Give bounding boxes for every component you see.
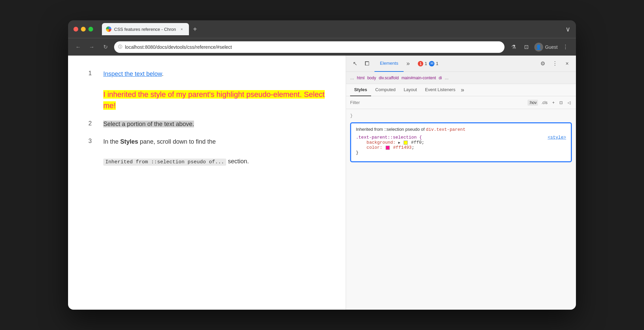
step-3-text-after: pane, scroll down to find the — [138, 138, 216, 145]
step-3-text-end: section. — [228, 158, 249, 165]
error-count: 1 — [418, 61, 423, 66]
highlight-text: I inherited the style of my parent's hig… — [103, 90, 325, 110]
breadcrumb-body[interactable]: body — [367, 76, 376, 80]
inherited-classname[interactable]: div.text-parent — [426, 127, 466, 132]
step-3-code: Inherited from ::selection pseudo of... — [103, 159, 226, 166]
filter-bar: :hov .cls + ⊡ ◁ — [346, 96, 576, 109]
tab-title: CSS features reference - Chron — [114, 27, 176, 32]
close-window-button[interactable] — [73, 27, 78, 32]
forward-button[interactable]: → — [87, 42, 96, 52]
window-dropdown-button[interactable]: ∨ — [565, 25, 571, 33]
step-3-bold: Styles — [120, 138, 138, 145]
step-list: 1 Inspect the text below. I inherited th… — [88, 69, 325, 166]
labs-button[interactable]: ⚗ — [509, 42, 519, 52]
step-3-number: 3 — [88, 138, 95, 145]
traffic-lights — [73, 27, 93, 32]
inherited-label: Inherited from ::selection pseudo of — [356, 127, 425, 132]
more-options-button[interactable]: ⋮ — [550, 59, 560, 68]
preceding-brace: } — [350, 112, 572, 120]
styles-content: } Inherited from ::selection pseudo of d… — [346, 109, 576, 310]
step-1: 1 Inspect the text below. I inherited th… — [88, 69, 325, 111]
step-2-text: Select a portion of the text above. — [103, 121, 194, 127]
breadcrumb-div-scaffold[interactable]: div.scaffold — [379, 76, 399, 80]
tab-bar: CSS features reference - Chron × + — [102, 23, 562, 35]
address-bar[interactable]: ⓘ localhost:8080/docs/devtools/css/refer… — [114, 41, 505, 53]
background-color-value: #ff0 — [411, 140, 422, 145]
error-badge[interactable]: 1 1 — [418, 61, 427, 66]
profile-avatar: 👤 — [534, 43, 543, 51]
css-close-brace: } — [356, 150, 359, 155]
cls-filter-button[interactable]: .cls — [540, 100, 549, 106]
devtools-right-actions: ⚙ ⋮ × — [538, 59, 572, 68]
reload-button[interactable]: ↻ — [101, 42, 110, 52]
more-tabs-button[interactable]: » — [404, 60, 412, 67]
event-listeners-tab[interactable]: Event Listeners — [421, 84, 459, 96]
background-property: background: — [361, 140, 395, 145]
inherited-section: Inherited from ::selection pseudo of div… — [350, 122, 572, 162]
layout-tab[interactable]: Layout — [400, 84, 421, 96]
breadcrumb-more: … — [445, 76, 449, 80]
css-selector: .text-parent::selection { — [356, 135, 422, 140]
filter-input[interactable] — [350, 100, 525, 105]
step-2-number: 2 — [88, 120, 95, 127]
styles-tab[interactable]: Styles — [350, 84, 371, 96]
breadcrumb-di[interactable]: di — [439, 76, 442, 80]
title-bar: CSS features reference - Chron × + ∨ — [68, 20, 576, 38]
browser-window: CSS features reference - Chron × + ∨ ← →… — [68, 20, 576, 310]
css-background-prop: background: ▶ #ff0; — [361, 140, 424, 145]
maximize-window-button[interactable] — [88, 27, 93, 32]
close-devtools-button[interactable]: × — [562, 59, 572, 68]
error-number: 1 — [425, 61, 427, 66]
web-page-area: 1 Inspect the text below. I inherited th… — [68, 56, 346, 310]
add-style-button[interactable]: + — [551, 100, 556, 106]
color-picker-arrow[interactable]: ▶ — [398, 141, 402, 145]
breadcrumb-dots: … — [350, 76, 354, 80]
copy-element-button[interactable]: ⊡ — [558, 100, 564, 106]
devtools-toolbar: ↖ ⧠ Elements » 1 1 ✉ 1 — [346, 56, 576, 72]
tab-close-button[interactable]: × — [179, 26, 185, 32]
devtools-panel: ↖ ⧠ Elements » 1 1 ✉ 1 — [346, 56, 576, 310]
settings-button[interactable]: ⚙ — [538, 59, 548, 68]
breadcrumb-main[interactable]: main#main-content — [402, 76, 436, 80]
toggle-sidebar-button[interactable]: ◁ — [566, 100, 572, 106]
devtools-tab-bar: Elements » — [374, 56, 412, 72]
hover-filter-button[interactable]: :hov — [528, 100, 538, 106]
filter-actions: :hov .cls + ⊡ ◁ — [528, 100, 572, 106]
message-count: 1 — [436, 61, 438, 66]
step-2: 2 Select a portion of the text above. — [88, 119, 325, 129]
more-style-tabs[interactable]: » — [459, 86, 466, 94]
active-tab[interactable]: CSS features reference - Chron × — [102, 23, 189, 35]
step-2-content: Select a portion of the text above. — [103, 119, 194, 129]
back-button[interactable]: ← — [73, 42, 83, 52]
css-color-prop: color: #ff1493; — [361, 145, 414, 150]
css-source-link[interactable]: <style> — [548, 135, 566, 140]
split-button[interactable]: ⊡ — [521, 42, 532, 52]
color-value: #ff1493 — [393, 145, 412, 150]
more-menu-button[interactable]: ⋮ — [560, 42, 571, 52]
device-toolbar-button[interactable]: ⧠ — [362, 59, 372, 68]
message-badge[interactable]: ✉ 1 — [429, 61, 438, 66]
color-property: color: — [361, 145, 382, 150]
inspector-tool-button[interactable]: ↖ — [350, 59, 360, 68]
inherited-header: Inherited from ::selection pseudo of div… — [356, 127, 566, 132]
computed-tab[interactable]: Computed — [371, 84, 400, 96]
step-1-content: Inspect the text below. I inherited the … — [103, 69, 325, 111]
css-rule-block: <style> .text-parent::selection { backgr… — [356, 135, 566, 155]
profile-label: Guest — [545, 44, 558, 50]
background-color-swatch[interactable] — [404, 141, 408, 145]
step-3: 3 In the Styles pane, scroll down to fin… — [88, 137, 325, 166]
inspect-link[interactable]: Inspect the text below — [103, 70, 162, 77]
elements-tab[interactable]: Elements — [374, 56, 404, 72]
styles-tabs: Styles Computed Layout Event Listeners » — [346, 84, 576, 96]
minimize-window-button[interactable] — [81, 27, 86, 32]
step-3-text-before: In the — [103, 138, 120, 145]
step-3-content: In the Styles pane, scroll down to find … — [103, 137, 249, 166]
breadcrumb-html[interactable]: html — [357, 76, 365, 80]
navigation-bar: ← → ↻ ⓘ localhost:8080/docs/devtools/css… — [68, 38, 576, 56]
message-icon: ✉ — [429, 61, 434, 66]
security-icon: ⓘ — [118, 44, 122, 50]
color-swatch[interactable] — [386, 146, 390, 150]
tab-favicon — [106, 26, 111, 32]
new-tab-button[interactable]: + — [190, 24, 200, 34]
profile-button[interactable]: 👤 Guest — [534, 43, 558, 51]
